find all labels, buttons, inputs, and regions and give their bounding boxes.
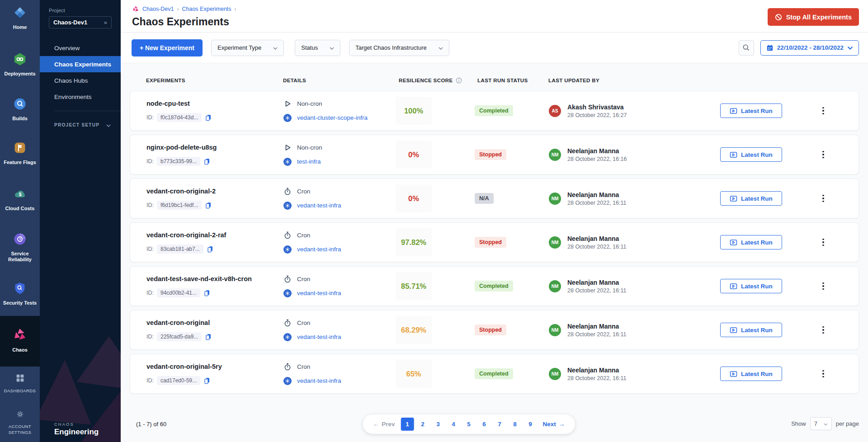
experiment-name[interactable]: nginx-pod-delete-u8sg xyxy=(146,144,283,151)
experiment-name[interactable]: vedant-cron-original xyxy=(146,319,283,326)
project-setup-section[interactable]: PROJECT SETUP xyxy=(40,121,121,129)
experiment-name[interactable]: node-cpu-test xyxy=(146,100,283,107)
infrastructure-link[interactable]: test-infra xyxy=(297,158,321,165)
nav-item-service-reliability[interactable]: Service Reliability xyxy=(0,232,40,263)
latest-run-button[interactable]: Latest Run xyxy=(720,323,782,337)
cron-icon xyxy=(283,319,292,327)
copy-icon[interactable] xyxy=(203,158,211,165)
next-page-button[interactable]: Next → xyxy=(539,421,569,428)
row-menu-kebab-icon[interactable] xyxy=(820,103,827,118)
infrastructure-link[interactable]: vedant-test-infra xyxy=(297,202,341,209)
experiment-row[interactable]: node-cpu-test ID: f0c187d4-43d... Non-cr… xyxy=(130,91,859,131)
copy-icon[interactable] xyxy=(207,245,214,253)
new-experiment-button[interactable]: + New Experiment xyxy=(132,39,203,56)
nav-item-feature-flags[interactable]: Feature Flags xyxy=(0,141,40,165)
page-button[interactable]: 8 xyxy=(509,418,522,431)
breadcrumb-link-experiments[interactable]: Chaos Experiments xyxy=(182,6,231,12)
nav-item-chaos-active[interactable]: Chaos xyxy=(0,316,40,367)
prev-page-button[interactable]: ← Prev xyxy=(369,421,399,428)
details-cell: Non-cron test-infra xyxy=(283,144,396,166)
nav-item-account-settings[interactable]: ACCOUNT SETTINGS xyxy=(0,410,40,435)
latest-run-button[interactable]: Latest Run xyxy=(720,103,782,118)
latest-run-button[interactable]: Latest Run xyxy=(720,147,782,162)
page-button[interactable]: 9 xyxy=(524,418,537,431)
experiment-id-line: ID: cad17ed0-59... xyxy=(146,376,283,385)
row-menu-kebab-icon[interactable] xyxy=(820,367,827,381)
row-menu-kebab-icon[interactable] xyxy=(820,191,827,206)
page-button[interactable]: 4 xyxy=(447,418,460,431)
expand-chevrons-icon[interactable]: » xyxy=(104,19,107,26)
page-button[interactable]: 7 xyxy=(493,418,506,431)
copy-icon[interactable] xyxy=(203,289,211,296)
nav-item-home[interactable]: Home xyxy=(0,6,40,30)
latest-run-button[interactable]: Latest Run xyxy=(720,235,782,249)
experiment-row[interactable]: vedant-test-save-nd-exit-v8h-cron ID: 94… xyxy=(130,266,859,306)
search-button[interactable] xyxy=(739,40,754,56)
experiment-id-line: ID: 83cab181-ab7... xyxy=(146,245,283,254)
nav-item-deployments[interactable]: Deployments xyxy=(0,52,40,77)
project-selector[interactable]: Chaos-Dev1 » xyxy=(49,16,112,28)
sidebar-item-chaos-experiments[interactable]: Chaos Experiments xyxy=(40,56,121,72)
row-menu-kebab-icon[interactable] xyxy=(820,147,827,162)
latest-run-button[interactable]: Latest Run xyxy=(720,279,782,293)
page-size-select[interactable]: 7 xyxy=(810,417,832,430)
builds-icon xyxy=(13,97,27,113)
id-label: ID: xyxy=(146,377,154,384)
info-icon[interactable] xyxy=(456,77,462,84)
infrastructure-link[interactable]: vedant-cluster-scope-infra xyxy=(297,114,368,121)
breadcrumb-link-project[interactable]: Chaos-Dev1 xyxy=(142,6,174,12)
sidebar-menu: Overview Chaos Experiments Chaos Hubs En… xyxy=(40,40,121,105)
latest-run-button[interactable]: Latest Run xyxy=(720,367,782,381)
stop-all-experiments-button[interactable]: Stop All Experiments xyxy=(768,8,859,26)
infrastructure-link[interactable]: vedant-test-infra xyxy=(297,377,341,384)
experiment-name[interactable]: vedant-test-save-nd-exit-v8h-cron xyxy=(146,275,283,282)
copy-icon[interactable] xyxy=(205,333,212,340)
experiment-name[interactable]: vedant-cron-original-5ry xyxy=(146,363,283,370)
target-infrastructure-filter[interactable]: Target Chaos Infrastructure xyxy=(349,40,449,56)
experiment-name[interactable]: vedant-cron-original-2-raf xyxy=(146,231,283,239)
experiment-row[interactable]: nginx-pod-delete-u8sg ID: b773c335-99...… xyxy=(130,135,859,174)
infrastructure-link[interactable]: vedant-test-infra xyxy=(297,290,341,296)
nav-item-builds[interactable]: Builds xyxy=(0,97,40,122)
schedule-line: Non-cron xyxy=(283,144,396,151)
date-range-picker[interactable]: 22/10/2022 - 28/10/2022 xyxy=(760,40,859,56)
experiment-row[interactable]: vedant-cron-original-5ry ID: cad17ed0-59… xyxy=(130,354,859,394)
page-button[interactable]: 1 xyxy=(401,418,414,431)
nav-item-cloud-costs[interactable]: $ Cloud Costs xyxy=(0,187,40,212)
chevron-down-icon xyxy=(273,44,278,51)
experiment-type-filter[interactable]: Experiment Type xyxy=(211,40,284,56)
experiment-row[interactable]: vedant-cron-original-2 ID: f6d19bc1-fedf… xyxy=(130,179,859,218)
row-menu-kebab-icon[interactable] xyxy=(820,323,827,337)
page-button[interactable]: 3 xyxy=(432,418,445,431)
page-button[interactable]: 2 xyxy=(416,418,429,431)
page-button[interactable]: 6 xyxy=(478,418,491,431)
nav-item-dashboards[interactable]: DASHBOARDS xyxy=(0,373,40,394)
infrastructure-link[interactable]: vedant-test-infra xyxy=(297,334,341,340)
copy-icon[interactable] xyxy=(205,114,212,121)
sidebar-item-overview[interactable]: Overview xyxy=(40,40,121,56)
experiment-row[interactable]: vedant-cron-original ID: 225fcad5-da9...… xyxy=(130,310,859,350)
updated-date: 28 October 2022, 16:11 xyxy=(567,200,626,206)
details-cell: Cron vedant-test-infra xyxy=(283,275,396,297)
sidebar-item-chaos-hubs[interactable]: Chaos Hubs xyxy=(40,72,121,89)
row-menu-kebab-icon[interactable] xyxy=(820,235,827,249)
infrastructure-link[interactable]: vedant-test-infra xyxy=(297,246,341,253)
row-menu-kebab-icon[interactable] xyxy=(820,279,827,293)
copy-icon[interactable] xyxy=(205,202,212,209)
status-filter[interactable]: Status xyxy=(295,40,340,56)
actions-cell: Latest Run xyxy=(720,367,788,381)
copy-icon[interactable] xyxy=(203,377,211,384)
experiment-row[interactable]: vedant-cron-original-2-raf ID: 83cab181-… xyxy=(130,222,859,262)
nav-item-security-tests[interactable]: Security Tests xyxy=(0,282,40,306)
pagination: (1 - 7) of 60 ← Prev 1 2 3 4 5 6 7 8 9 N… xyxy=(130,412,859,442)
score-cell: 0% xyxy=(396,141,475,169)
updated-by-cell: NM Neelanjan Manna 28 October 2022, 16:1… xyxy=(549,235,720,250)
experiment-id: 83cab181-ab7... xyxy=(157,245,203,254)
page-button[interactable]: 5 xyxy=(462,418,476,431)
updated-by-cell: AS Akash Shrivastava 28 October 2022, 16… xyxy=(549,103,720,118)
project-sidebar: Project Chaos-Dev1 » Overview Chaos Expe… xyxy=(40,0,121,442)
sidebar-item-environments[interactable]: Environments xyxy=(40,89,121,105)
experiment-name[interactable]: vedant-cron-original-2 xyxy=(146,188,283,195)
latest-run-button[interactable]: Latest Run xyxy=(720,191,782,206)
score-cell: 65% xyxy=(396,360,475,388)
